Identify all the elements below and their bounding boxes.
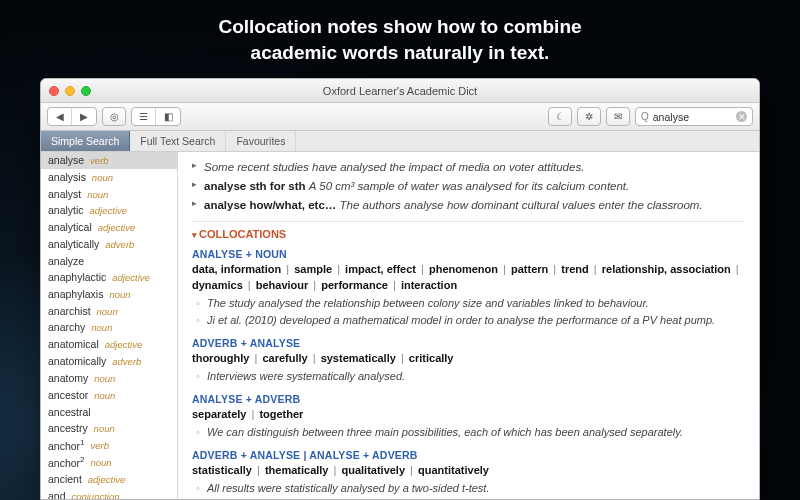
caption-line2: academic words naturally in text.: [0, 40, 800, 66]
view-toggle-button[interactable]: ◎: [102, 107, 126, 126]
sidebar-item[interactable]: and conjunction: [41, 488, 177, 499]
search-icon: Q: [641, 111, 649, 122]
forward-button[interactable]: ▶: [72, 108, 96, 125]
tab-simple-search[interactable]: Simple Search: [41, 131, 130, 151]
collocation-example: Ji et al. (2010) developed a mathematica…: [196, 313, 745, 329]
sidebar-item[interactable]: anarchist noun: [41, 303, 177, 320]
sidebar-item[interactable]: anatomical adjective: [41, 336, 177, 353]
sidebar-item[interactable]: analysis noun: [41, 169, 177, 186]
sidebar-item[interactable]: analyse verb: [41, 152, 177, 169]
tab-full-text-search[interactable]: Full Text Search: [130, 131, 226, 151]
collocation-pattern: ANALYSE + NOUN: [192, 248, 745, 260]
word-list-sidebar[interactable]: analyse verbanalysis nounanalyst nounana…: [41, 152, 178, 499]
caption-line1: Collocation notes show how to combine: [0, 14, 800, 40]
sidebar-item[interactable]: analyze: [41, 253, 177, 269]
sidebar-item[interactable]: anaphylaxis noun: [41, 286, 177, 303]
app-window: Oxford Learner's Academic Dict ◀ ▶ ◎ ☰ ◧…: [40, 78, 760, 500]
sidebar-item[interactable]: anchor1 verb: [41, 437, 177, 454]
panel-view-button[interactable]: ◧: [156, 108, 180, 125]
collocation-words: data, information | sample | impact, eff…: [192, 262, 745, 294]
collocation-example: Interviews were systematically analysed.: [196, 369, 745, 385]
collocation-words: statistically | thematically | qualitati…: [192, 463, 745, 479]
collocation-words: separately | together: [192, 407, 745, 423]
night-mode-button[interactable]: ☾: [548, 107, 572, 126]
window-title: Oxford Learner's Academic Dict: [41, 85, 759, 97]
sidebar-item[interactable]: analyst noun: [41, 186, 177, 203]
sidebar-item[interactable]: analytically adverb: [41, 236, 177, 253]
usage-example: Some recent studies have analysed the im…: [192, 159, 745, 175]
usage-example: analyse how/what, etc… The authors analy…: [192, 197, 745, 213]
sidebar-item[interactable]: anatomy noun: [41, 370, 177, 387]
collocation-example: We can distinguish between three main po…: [196, 425, 745, 441]
share-button[interactable]: ✉: [606, 107, 630, 126]
collocation-pattern: ADVERB + ANALYSE | ANALYSE + ADVERB: [192, 449, 745, 461]
search-value: analyse: [653, 111, 689, 123]
search-mode-tabs: Simple Search Full Text Search Favourite…: [41, 131, 759, 152]
list-view-button[interactable]: ☰: [132, 108, 156, 125]
clear-search-button[interactable]: ✕: [736, 111, 747, 122]
sidebar-item[interactable]: analytic adjective: [41, 202, 177, 219]
nav-segment: ◀ ▶: [47, 107, 97, 126]
collocations-header: ▾COLLOCATIONS: [192, 228, 745, 240]
sidebar-item[interactable]: anarchy noun: [41, 319, 177, 336]
usage-example: analyse sth for sth A 50 cm³ sample of w…: [192, 178, 745, 194]
collocation-example: The data were analysed qualitatively and…: [196, 498, 745, 499]
back-button[interactable]: ◀: [48, 108, 72, 125]
layout-segment: ☰ ◧: [131, 107, 181, 126]
sidebar-item[interactable]: anaphylactic adjective: [41, 269, 177, 286]
sidebar-item[interactable]: ancestral: [41, 404, 177, 420]
entry-content[interactable]: Some recent studies have analysed the im…: [178, 152, 759, 499]
collocation-pattern: ANALYSE + ADVERB: [192, 393, 745, 405]
sidebar-item[interactable]: analytical adjective: [41, 219, 177, 236]
settings-button[interactable]: ✲: [577, 107, 601, 126]
sidebar-item[interactable]: anatomically adverb: [41, 353, 177, 370]
toolbar: ◀ ▶ ◎ ☰ ◧ ☾ ✲ ✉ Q analyse ✕: [41, 103, 759, 131]
promo-caption: Collocation notes show how to combine ac…: [0, 0, 800, 73]
collocation-example: All results were statistically analysed …: [196, 481, 745, 497]
collocation-words: thoroughly | carefully | systematically …: [192, 351, 745, 367]
sidebar-item[interactable]: ancestor noun: [41, 387, 177, 404]
titlebar: Oxford Learner's Academic Dict: [41, 79, 759, 103]
tab-favourites[interactable]: Favourites: [226, 131, 296, 151]
collocation-pattern: ADVERB + ANALYSE: [192, 337, 745, 349]
sidebar-item[interactable]: anchor2 noun: [41, 454, 177, 471]
sidebar-item[interactable]: ancestry noun: [41, 420, 177, 437]
collocation-example: The study analysed the relationship betw…: [196, 296, 745, 312]
search-field[interactable]: Q analyse ✕: [635, 107, 753, 126]
sidebar-item[interactable]: ancient adjective: [41, 471, 177, 488]
